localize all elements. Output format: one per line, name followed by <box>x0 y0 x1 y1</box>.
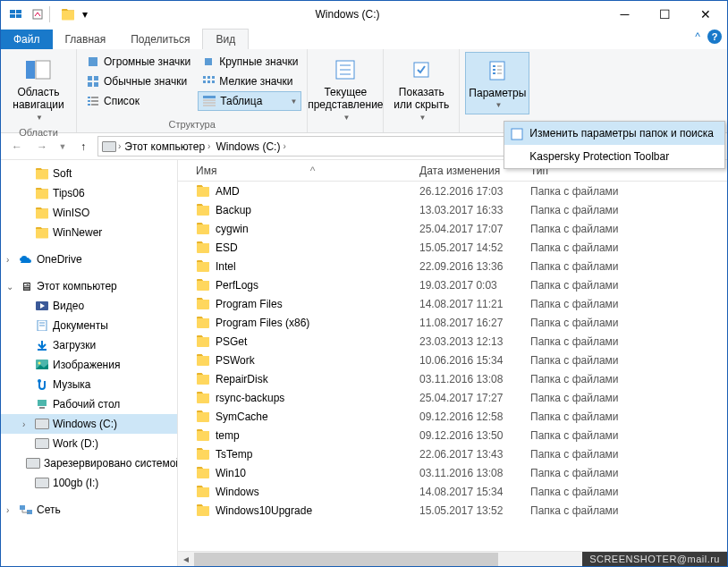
tree-item[interactable]: WinISO <box>1 203 177 223</box>
svg-rect-15 <box>212 76 215 79</box>
layout-huge[interactable]: Огромные значки <box>82 52 194 72</box>
scroll-left-icon[interactable]: ◂ <box>178 553 193 565</box>
svg-rect-49 <box>39 407 45 409</box>
nav-forward-button[interactable]: → <box>31 136 53 157</box>
folder-icon <box>35 186 49 200</box>
show-hide-button[interactable]: Показать или скрыть▼ <box>389 52 453 125</box>
breadcrumb-drive[interactable]: Windows (C:)› <box>214 140 287 153</box>
table-row[interactable]: Program Files (x86)11.08.2017 16:27Папка… <box>178 313 727 332</box>
table-row[interactable]: Windows14.08.2017 15:34Папка с файлами <box>178 482 727 501</box>
folder-icon <box>196 372 210 386</box>
current-view-button[interactable]: Текущее представление▼ <box>313 52 377 125</box>
svg-rect-3 <box>16 14 21 18</box>
table-row[interactable]: rsync-backups25.04.2017 17:27Папка с фай… <box>178 388 727 407</box>
tree-item[interactable]: ⌄Этот компьютер <box>1 276 177 296</box>
tree-item[interactable]: ›OneDrive <box>1 250 177 269</box>
qat-dropdown-icon[interactable]: ▾ <box>80 4 90 24</box>
tree-item[interactable]: Музыка <box>1 375 177 394</box>
file-name: PSWork <box>216 354 255 367</box>
menu-kaspersky-toolbar[interactable]: Kaspersky Protection Toolbar <box>504 145 724 168</box>
layout-table[interactable]: Таблица▼ <box>198 91 301 111</box>
layout-list[interactable]: Список <box>82 91 194 111</box>
layout-normal[interactable]: Обычные значки <box>82 72 194 91</box>
watermark: SCREENSHOTER@mail.ru <box>582 552 727 566</box>
file-name: ESD <box>216 241 238 254</box>
tree-item[interactable]: Загрузки <box>1 335 177 355</box>
nav-up-button[interactable]: ↑ <box>72 136 94 157</box>
chevron-right-icon[interactable]: › <box>118 141 121 151</box>
table-row[interactable]: Program Files14.08.2017 11:21Папка с фай… <box>178 294 727 313</box>
svg-rect-16 <box>203 80 206 83</box>
tree-item[interactable]: Документы <box>1 316 177 335</box>
table-row[interactable]: Win1003.11.2016 13:08Папка с файлами <box>178 463 727 482</box>
layout-gallery[interactable]: Огромные значки Крупные значки Обычные з… <box>82 52 301 111</box>
folder-icon[interactable] <box>58 4 78 24</box>
column-name[interactable]: Имя^ <box>178 165 412 177</box>
tree-item[interactable]: Tips06 <box>1 183 177 203</box>
file-type: Папка с файлами <box>523 429 648 442</box>
expand-icon[interactable]: › <box>6 255 15 265</box>
tab-home[interactable]: Главная <box>53 30 119 49</box>
table-row[interactable]: AMD26.12.2016 17:03Папка с файлами <box>178 182 727 200</box>
layout-small[interactable]: Мелкие значки <box>198 72 301 91</box>
table-row[interactable]: TsTemp22.06.2017 13:43Папка с файлами <box>178 444 727 463</box>
file-date: 19.03.2017 0:03 <box>412 279 523 292</box>
tree-item[interactable]: 100gb (I:) <box>1 473 177 493</box>
expand-icon[interactable]: › <box>22 419 31 429</box>
tab-file[interactable]: Файл <box>1 30 53 49</box>
table-row[interactable]: cygwin25.04.2017 17:07Папка с файлами <box>178 219 727 238</box>
tab-view[interactable]: Вид <box>202 29 249 49</box>
tree-item[interactable]: Изображения <box>1 355 177 375</box>
table-row[interactable]: RepairDisk03.11.2016 13:08Папка с файлам… <box>178 369 727 388</box>
minimize-button[interactable]: ─ <box>605 2 645 27</box>
folder-icon <box>196 391 210 405</box>
ribbon-collapse-icon[interactable]: ^ <box>695 30 700 43</box>
tree-item[interactable]: Зарезервировано системой (G:) <box>1 453 177 473</box>
expand-icon[interactable]: ⌄ <box>6 282 15 292</box>
table-row[interactable]: Windows10Upgrade15.05.2017 13:52Папка с … <box>178 501 727 520</box>
svg-rect-0 <box>10 10 15 13</box>
current-view-icon <box>331 55 360 84</box>
svg-rect-21 <box>88 100 90 102</box>
tree-item[interactable]: Видео <box>1 296 177 316</box>
svg-rect-18 <box>212 80 215 83</box>
qat-properties-icon[interactable] <box>28 4 47 24</box>
svg-rect-6 <box>36 61 50 79</box>
file-name: TsTemp <box>216 448 252 461</box>
options-button[interactable]: Параметры▼ <box>465 52 529 114</box>
table-row[interactable]: Backup13.03.2017 16:33Папка с файлами <box>178 200 727 219</box>
tree-item[interactable]: Рабочий стол <box>1 394 177 414</box>
scroll-thumb[interactable] <box>194 553 498 566</box>
tab-share[interactable]: Поделиться <box>118 30 202 49</box>
tree-item[interactable]: Work (D:) <box>1 434 177 453</box>
layout-large[interactable]: Крупные значки <box>198 52 301 72</box>
table-row[interactable]: PSGet23.03.2013 12:13Папка с файлами <box>178 332 727 351</box>
table-row[interactable]: SymCache09.12.2016 12:58Папка с файлами <box>178 407 727 426</box>
maximize-button[interactable]: ☐ <box>645 2 685 27</box>
nav-recent-button[interactable]: ▼ <box>56 136 69 157</box>
navigation-tree[interactable]: SoftTips06WinISOWinNewer›OneDrive⌄Этот к… <box>1 160 178 566</box>
svg-rect-2 <box>10 14 15 18</box>
help-icon[interactable]: ? <box>707 30 722 44</box>
file-name: Windows10Upgrade <box>216 504 312 517</box>
tree-item[interactable]: ›Сеть <box>1 500 177 520</box>
file-date: 15.05.2017 14:52 <box>412 241 523 254</box>
table-row[interactable]: temp09.12.2016 13:50Папка с файлами <box>178 426 727 444</box>
tree-item[interactable]: ›Windows (C:) <box>1 414 177 434</box>
file-type: Папка с файлами <box>523 298 648 310</box>
close-button[interactable]: ✕ <box>685 2 725 27</box>
expand-icon[interactable]: › <box>6 505 15 515</box>
table-row[interactable]: PSWork10.06.2016 15:34Папка с файлами <box>178 351 727 369</box>
table-row[interactable]: Intel22.09.2016 13:36Папка с файлами <box>178 257 727 275</box>
table-row[interactable]: PerfLogs19.03.2017 0:03Папка с файлами <box>178 275 727 294</box>
nav-back-button[interactable]: ← <box>6 136 28 157</box>
menu-change-folder-options[interactable]: Изменить параметры папок и поиска <box>504 122 724 145</box>
folder-icon <box>196 241 210 255</box>
tree-item[interactable]: WinNewer <box>1 223 177 242</box>
breadcrumb-pc[interactable]: Этот компьютер› <box>123 140 212 153</box>
table-row[interactable]: ESD15.05.2017 14:52Папка с файлами <box>178 238 727 257</box>
tree-label: Документы <box>53 319 108 332</box>
tree-item[interactable]: Soft <box>1 164 177 183</box>
item <box>19 252 33 267</box>
navigation-pane-button[interactable]: Область навигации▼ <box>6 52 71 125</box>
